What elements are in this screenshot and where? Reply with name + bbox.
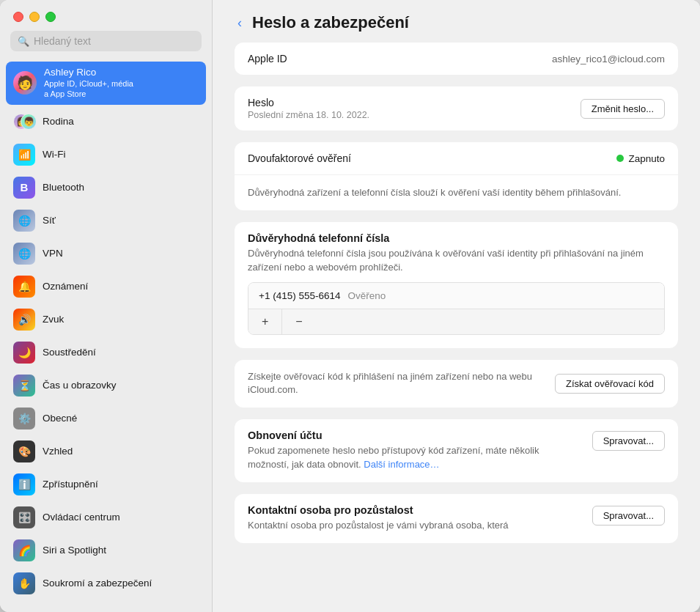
control-icon: 🎛️ [13, 506, 35, 528]
sidebar-list: 🧑 Ashley Rico Apple ID, iCloud+, médiaa … [0, 59, 212, 612]
status-text: Zapnuto [628, 153, 665, 164]
notifications-icon: 🔔 [13, 276, 35, 298]
trusted-phones-description: Důvěryhodná telefonní čísla jsou používá… [248, 247, 665, 275]
account-recovery-card: Obnovení účtu Pokud zapomenete heslo neb… [235, 419, 678, 482]
add-phone-button[interactable]: + [248, 309, 282, 334]
legacy-contact-button[interactable]: Spravovat... [592, 506, 665, 526]
accessibility-label: Zpřístupnění [43, 479, 98, 490]
sound-icon: 🔊 [13, 309, 35, 331]
sidebar-item-screentime[interactable]: ⏳ Čas u obrazovky [6, 369, 206, 402]
back-button[interactable]: ‹ [235, 14, 245, 32]
family-label: Rodina [43, 116, 74, 128]
verification-code-card: Získejte ověřovací kód k přihlášení na j… [235, 360, 678, 408]
apple-id-card: Apple ID ashley_rico1@icloud.com [235, 43, 678, 75]
sidebar-item-control[interactable]: 🎛️ Ovládací centrum [6, 501, 206, 534]
phone-number: +1 (415) 555-6614 [259, 290, 340, 301]
verification-code-row: Získejte ověřovací kód k přihlášení na j… [235, 360, 678, 408]
focus-label: Soustředění [43, 347, 96, 358]
bluetooth-label: Bluetooth [43, 182, 84, 193]
trusted-phones-title: Důvěryhodná telefonní čísla [248, 232, 665, 244]
sidebar: 🔍 Hledaný text 🧑 Ashley Rico Apple ID, i… [0, 0, 213, 612]
traffic-lights [0, 0, 212, 31]
sidebar-item-network[interactable]: 🌐 Síť [6, 204, 206, 237]
privacy-icon: ✋ [13, 572, 35, 594]
sidebar-item-vpn[interactable]: 🌐 VPN [6, 237, 206, 270]
screentime-label: Čas u obrazovky [43, 380, 117, 391]
focus-icon: 🌙 [13, 342, 35, 364]
trusted-phones-block: Důvěryhodná telefonní čísla Důvěryhodná … [235, 222, 678, 348]
wifi-icon: 📶 [13, 144, 35, 166]
minimize-button[interactable] [29, 12, 40, 22]
vpn-icon: 🌐 [13, 243, 35, 265]
get-verification-code-button[interactable]: Získat ověřovací kód [555, 374, 665, 394]
privacy-label: Soukromí a zabezpečení [43, 578, 152, 589]
phone-table: +1 (415) 555-6614 Ověřeno + − [248, 282, 665, 335]
account-recovery-block: Obnovení účtu Pokud zapomenete heslo neb… [235, 419, 678, 482]
sidebar-item-sound[interactable]: 🔊 Zvuk [6, 303, 206, 336]
avatar: 🧑 [13, 71, 37, 95]
sidebar-item-focus[interactable]: 🌙 Soustředění [6, 336, 206, 369]
user-subtitle: Apple ID, iCloud+, médiaa App Store [44, 78, 133, 100]
main-header: ‹ Heslo a zabezpečení [213, 0, 700, 43]
maximize-button[interactable] [45, 12, 56, 22]
content-area: Apple ID ashley_rico1@icloud.com Heslo P… [213, 43, 700, 577]
siri-icon: 🌈 [13, 539, 35, 561]
sidebar-item-privacy[interactable]: ✋ Soukromí a zabezpečení [6, 567, 206, 600]
legacy-contact-card: Kontaktní osoba pro pozůstalost Kontaktn… [235, 494, 678, 543]
sound-label: Zvuk [43, 314, 64, 325]
two-factor-description: Důvěryhodná zařízení a telefonní čísla s… [248, 187, 621, 198]
main-content: ‹ Heslo a zabezpečení Apple ID ashley_ri… [213, 0, 700, 612]
account-recovery-button[interactable]: Spravovat... [592, 431, 665, 451]
legacy-contact-title: Kontaktní osoba pro pozůstalost [248, 504, 581, 516]
trusted-phones-card: Důvěryhodná telefonní čísla Důvěryhodná … [235, 222, 678, 348]
network-label: Síť [43, 215, 56, 226]
notifications-label: Oznámení [43, 281, 88, 292]
two-factor-row: Dvoufaktorové ověření Zapnuto [235, 142, 678, 175]
screentime-icon: ⏳ [13, 375, 35, 397]
phone-table-footer: + − [248, 309, 664, 334]
legacy-contact-block: Kontaktní osoba pro pozůstalost Kontaktn… [235, 494, 678, 543]
search-box[interactable]: 🔍 Hledaný text [10, 31, 202, 51]
legacy-contact-description: Kontaktní osoba pro pozůstalost je vámi … [248, 519, 581, 533]
account-recovery-link[interactable]: Další informace… [364, 459, 439, 470]
password-label: Heslo [248, 97, 369, 108]
sidebar-item-user[interactable]: 🧑 Ashley Rico Apple ID, iCloud+, médiaa … [6, 62, 206, 105]
phone-status: Ověřeno [347, 290, 386, 301]
password-row: Heslo Poslední změna 18. 10. 2022. Změni… [235, 86, 678, 130]
account-recovery-description: Pokud zapomenete heslo nebo přístupový k… [248, 444, 581, 472]
sidebar-item-accessibility[interactable]: ℹ️ Zpřístupnění [6, 468, 206, 501]
phone-row: +1 (415) 555-6614 Ověřeno [248, 283, 664, 309]
general-icon: ⚙️ [13, 408, 35, 429]
vpn-label: VPN [43, 248, 63, 259]
close-button[interactable] [13, 12, 23, 22]
apple-id-value: ashley_rico1@icloud.com [552, 54, 665, 64]
two-factor-card: Dvoufaktorové ověření Zapnuto Důvěryhodn… [235, 142, 678, 210]
sidebar-item-family[interactable]: 👩 👦 Rodina [6, 106, 206, 138]
password-card: Heslo Poslední změna 18. 10. 2022. Změni… [235, 86, 678, 130]
apple-id-label: Apple ID [248, 53, 287, 64]
sidebar-item-appearance[interactable]: 🎨 Vzhled [6, 435, 206, 468]
network-icon: 🌐 [13, 210, 35, 232]
two-factor-label: Dvoufaktorové ověření [248, 152, 351, 164]
sidebar-item-wifi[interactable]: 📶 Wi-Fi [6, 139, 206, 171]
search-icon: 🔍 [18, 36, 29, 47]
accessibility-icon: ℹ️ [13, 473, 35, 495]
search-placeholder: Hledaný text [34, 35, 91, 47]
sidebar-item-bluetooth[interactable]: B Bluetooth [6, 172, 206, 204]
sidebar-item-siri[interactable]: 🌈 Siri a Spotlight [6, 534, 206, 567]
bluetooth-icon: B [13, 177, 35, 199]
family-icon: 👩 👦 [13, 111, 35, 133]
user-name: Ashley Rico [44, 67, 133, 78]
password-sublabel: Poslední změna 18. 10. 2022. [248, 110, 369, 120]
sidebar-item-notifications[interactable]: 🔔 Oznámení [6, 270, 206, 303]
appearance-icon: 🎨 [13, 440, 35, 462]
two-factor-status: Zapnuto [616, 153, 665, 164]
page-title: Heslo a zabezpečení [252, 13, 409, 32]
general-label: Obecné [43, 413, 77, 424]
account-recovery-title: Obnovení účtu [248, 429, 581, 441]
change-password-button[interactable]: Změnit heslo... [581, 99, 665, 119]
remove-phone-button[interactable]: − [282, 309, 315, 334]
sidebar-item-general[interactable]: ⚙️ Obecné [6, 402, 206, 435]
wifi-label: Wi-Fi [43, 149, 65, 161]
status-dot [616, 155, 624, 162]
